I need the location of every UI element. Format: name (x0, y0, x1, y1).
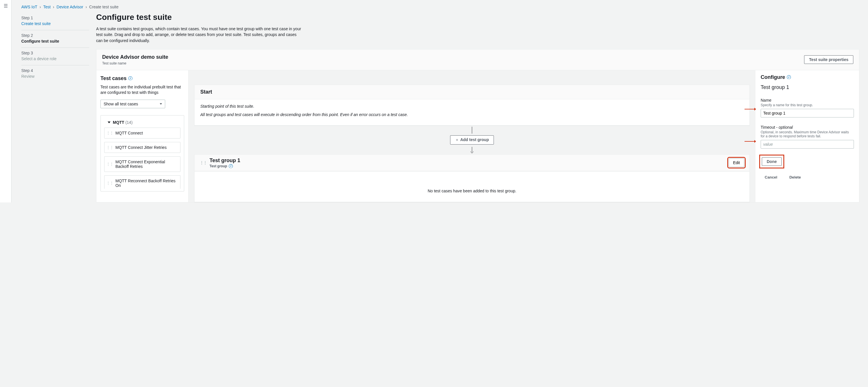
breadcrumb-link-device-advisor[interactable]: Device Advisor (57, 5, 84, 9)
cancel-button[interactable]: Cancel (761, 173, 781, 181)
page-description: A test suite contains test groups, which… (96, 26, 303, 43)
test-case-item[interactable]: ⋮⋮ MQTT Connect (104, 127, 181, 139)
name-hint: Specify a name for this test group. (761, 103, 854, 107)
wizard-step-4: Step 4 Review (21, 65, 89, 83)
test-case-item[interactable]: ⋮⋮ MQTT Connect Jitter Retries (104, 142, 181, 153)
start-title: Start (194, 85, 749, 99)
name-input[interactable] (761, 109, 854, 117)
test-cases-title: Test cases i (100, 76, 184, 82)
start-box: Start Starting point of this test suite.… (194, 85, 750, 125)
timeout-hint: Optional, in seconds. Maximum time Devic… (761, 130, 854, 138)
test-group-subtitle: Test group (210, 164, 227, 168)
wizard-nav: Step 1 Create test suite Step 2 Configur… (21, 13, 96, 202)
suite-name: Device Advisor demo suite (102, 54, 168, 60)
flow-arrow-down-icon (194, 146, 750, 154)
name-form-group: Name Specify a name for this test group. (761, 98, 854, 117)
timeout-label: Timeout - optional (761, 125, 854, 129)
breadcrumb-link-aws-iot[interactable]: AWS IoT (21, 5, 37, 9)
info-icon[interactable]: i (229, 164, 233, 168)
configure-subject: Test group 1 (761, 84, 854, 90)
edit-test-group-button[interactable]: Edit (729, 158, 744, 167)
chevron-right-icon: › (40, 5, 41, 9)
drag-handle-icon: ⋮⋮ (106, 181, 113, 185)
suite-header: Device Advisor demo suite Test suite nam… (96, 50, 859, 70)
test-case-item[interactable]: ⋮⋮ MQTT Reconnect Backoff Retries On (104, 175, 181, 189)
delete-button[interactable]: Delete (785, 173, 805, 181)
flow-panel: Start Starting point of this test suite.… (194, 70, 750, 202)
configure-title: Configure i (761, 74, 854, 80)
suite-name-label: Test suite name (102, 61, 168, 65)
test-case-group-toggle[interactable]: MQTT (14) (104, 119, 181, 127)
annotation-arrow-icon (745, 107, 756, 111)
chevron-right-icon: › (86, 5, 87, 9)
drag-handle-icon: ⋮⋮ (106, 145, 113, 150)
page-title: Configure test suite (96, 13, 859, 22)
info-icon[interactable]: i (128, 76, 132, 80)
done-button[interactable]: Done (762, 157, 782, 166)
flow-arrow-icon (194, 125, 750, 134)
start-description-2: All test groups and test cases will exec… (200, 112, 744, 118)
info-icon[interactable]: i (787, 75, 791, 79)
menu-icon (3, 3, 8, 8)
drag-handle-icon: ⋮⋮ (106, 131, 113, 135)
configure-panel: Configure i Test group 1 Name Specify a … (755, 70, 859, 202)
hamburger-menu[interactable] (0, 0, 11, 202)
test-case-item[interactable]: ⋮⋮ MQTT Connect Exponential Backoff Retr… (104, 156, 181, 172)
wizard-step-1[interactable]: Step 1 Create test suite (21, 13, 89, 30)
suite-panel: Device Advisor demo suite Test suite nam… (96, 49, 859, 202)
wizard-step-2: Step 2 Configure test suite (21, 30, 89, 48)
name-label: Name (761, 98, 854, 102)
breadcrumb-link-test[interactable]: Test (43, 5, 51, 9)
test-case-group-mqtt: MQTT (14) ⋮⋮ MQTT Connect ⋮⋮ MQTT Connec… (100, 115, 184, 191)
three-column-layout: Test cases i Test cases are the individu… (96, 70, 859, 202)
test-group-box: ⋮⋮ Test group 1 Test group i (194, 154, 750, 202)
drag-handle-icon: ⋮⋮ (106, 162, 113, 167)
test-cases-panel: Test cases i Test cases are the individu… (96, 70, 188, 202)
breadcrumb-current: Create test suite (89, 5, 119, 9)
annotation-arrow-icon (745, 139, 756, 143)
drag-handle-icon[interactable]: ⋮⋮ (200, 160, 207, 165)
wizard-step-3: Step 3 Select a device role (21, 48, 89, 65)
chevron-right-icon: › (53, 5, 54, 9)
timeout-form-group: Timeout - optional Optional, in seconds.… (761, 125, 854, 149)
test-group-empty-message: No test cases have been added to this te… (194, 171, 749, 202)
caret-down-icon (107, 121, 111, 123)
test-group-title: Test group 1 (210, 157, 240, 163)
start-description-1: Starting point of this test suite. (200, 103, 744, 110)
add-test-group-button[interactable]: ＋ Add test group (450, 135, 494, 145)
test-suite-properties-button[interactable]: Test suite properties (804, 55, 853, 64)
main-area: AWS IoT › Test › Device Advisor › Create… (11, 0, 868, 202)
timeout-input[interactable] (761, 140, 854, 149)
test-cases-description: Test cases are the individual prebuilt t… (100, 84, 184, 96)
breadcrumb: AWS IoT › Test › Device Advisor › Create… (11, 0, 868, 13)
plus-icon: ＋ (455, 137, 460, 142)
test-cases-filter-select[interactable]: Show all test cases (100, 100, 165, 108)
main-content: Configure test suite A test suite contai… (96, 13, 868, 202)
